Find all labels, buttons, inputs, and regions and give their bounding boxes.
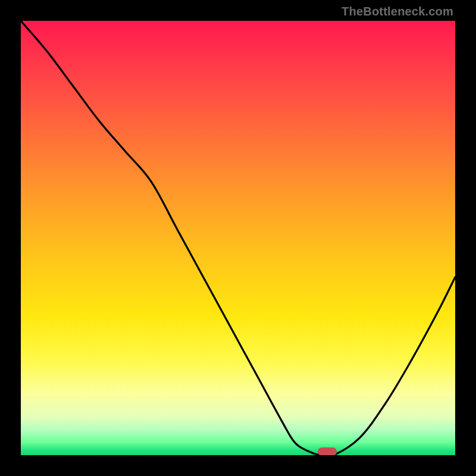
chart-frame: TheBottleneck.com [0,0,476,476]
curve-svg [21,21,455,455]
plot-area [21,21,455,455]
optimal-marker [318,447,337,455]
bottleneck-curve [21,21,455,455]
watermark-text: TheBottleneck.com [342,5,453,18]
